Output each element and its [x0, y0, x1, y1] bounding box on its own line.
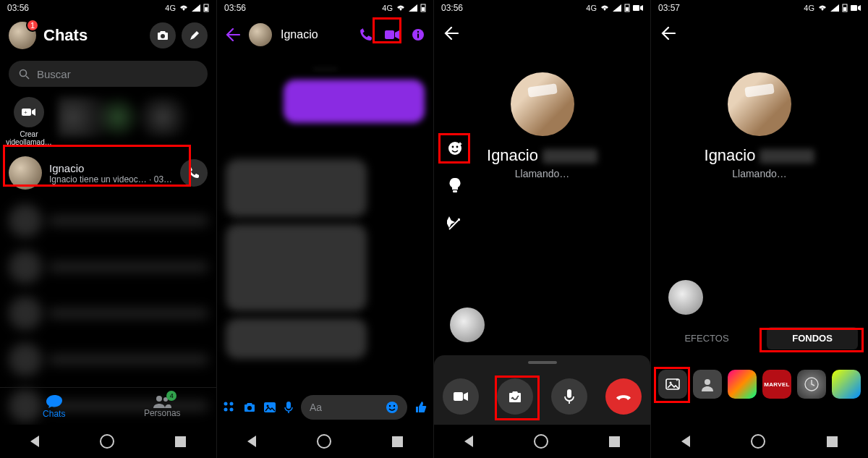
svg-point-2 — [161, 34, 165, 38]
nav-recent[interactable] — [392, 436, 403, 447]
video-call-button[interactable] — [384, 29, 400, 41]
status-bar: 03:56 4G — [0, 0, 216, 16]
tab-backgrounds[interactable]: FONDOS — [767, 327, 858, 349]
chat-avatar — [9, 156, 42, 190]
svg-rect-36 — [843, 7, 846, 11]
message-outgoing — [284, 80, 425, 123]
unread-badge: 1 — [26, 19, 39, 32]
backgrounds-row[interactable]: MARVEL — [651, 370, 868, 399]
network-label: 4G — [804, 4, 814, 12]
filters-button[interactable] — [443, 211, 467, 236]
bg-none[interactable] — [693, 370, 722, 399]
svg-rect-13 — [417, 34, 419, 38]
status-icons: 4G — [165, 4, 209, 12]
svg-point-30 — [452, 146, 454, 148]
nav-back[interactable] — [247, 436, 256, 447]
nav-home[interactable] — [534, 434, 548, 449]
contact-avatar[interactable] — [249, 23, 272, 46]
svg-rect-1 — [205, 7, 208, 11]
battery-icon — [420, 4, 426, 12]
nav-back[interactable] — [681, 436, 690, 447]
effects-tabs: EFECTOS FONDOS — [651, 327, 868, 349]
self-preview[interactable] — [668, 280, 703, 315]
back-button[interactable] — [661, 27, 676, 40]
call-status: Llamando… — [651, 168, 868, 179]
message-input[interactable]: Aa — [301, 395, 407, 420]
svg-point-16 — [230, 402, 234, 406]
conversation-body[interactable]: ——— — [217, 54, 433, 372]
tab-chats[interactable]: Chats — [0, 388, 109, 425]
camera-icon[interactable] — [243, 402, 256, 413]
bg-clock[interactable] — [797, 370, 826, 399]
clock: 03:56 — [7, 3, 29, 13]
status-icons: 4G — [804, 4, 861, 12]
videocam-icon — [851, 4, 861, 12]
battery-icon — [203, 4, 209, 12]
status-bar: 03:56 4G — [217, 0, 433, 16]
svg-rect-11 — [385, 30, 394, 39]
chats-header: 1 Chats — [0, 16, 216, 55]
bg-cyberpunk[interactable] — [832, 370, 861, 399]
compose-button[interactable] — [182, 22, 208, 48]
clock: 03:57 — [658, 3, 680, 13]
search-input[interactable]: Buscar — [9, 61, 208, 87]
contact-name[interactable]: Ignacio — [281, 28, 351, 41]
create-call-label: Crear videollamad… — [6, 130, 51, 146]
svg-point-19 — [247, 406, 252, 410]
like-icon[interactable] — [414, 401, 427, 414]
emoji-icon[interactable] — [386, 401, 399, 414]
android-nav — [217, 425, 433, 458]
bg-upload-button[interactable] — [658, 370, 687, 399]
stories-row: + Crear videollamad… — [0, 93, 216, 150]
lighting-button[interactable] — [443, 174, 467, 198]
signal-icon — [613, 4, 621, 12]
bg-marvel[interactable]: MARVEL — [762, 370, 791, 399]
clock: 03:56 — [224, 3, 246, 13]
bg-rainbow[interactable] — [728, 370, 757, 399]
face-effects-button[interactable] — [443, 136, 467, 161]
nav-recent[interactable] — [827, 436, 838, 447]
hangup-button[interactable] — [605, 378, 642, 415]
name-blur — [760, 149, 814, 164]
svg-point-25 — [393, 405, 395, 407]
nav-back[interactable] — [464, 436, 473, 447]
gallery-icon[interactable] — [263, 402, 276, 413]
android-nav — [651, 425, 868, 458]
svg-rect-10 — [422, 7, 425, 11]
signal-icon — [192, 4, 200, 12]
mute-button[interactable] — [551, 378, 587, 415]
tab-effects[interactable]: EFECTOS — [661, 327, 752, 349]
mic-icon[interactable] — [284, 401, 294, 414]
svg-rect-22 — [286, 402, 291, 409]
drag-handle[interactable] — [528, 361, 557, 364]
message-incoming — [226, 318, 367, 359]
panel-conversation: 03:56 4G Ignacio ——— — [217, 0, 434, 458]
chat-call-button[interactable] — [180, 159, 208, 187]
my-avatar[interactable]: 1 — [9, 22, 36, 49]
camera-button[interactable] — [150, 22, 176, 48]
toggle-video-button[interactable] — [443, 378, 479, 415]
svg-point-15 — [224, 402, 228, 406]
voice-call-button[interactable] — [359, 28, 373, 41]
network-label: 4G — [586, 4, 597, 12]
create-video-call[interactable]: + Crear videollamad… — [9, 97, 49, 146]
bottom-tabs: Chats 4 Personas — [0, 387, 216, 425]
tab-people[interactable]: 4 Personas — [109, 388, 217, 425]
info-button[interactable] — [412, 28, 425, 41]
search-icon — [19, 69, 30, 80]
back-button[interactable] — [444, 27, 459, 40]
message-incoming — [226, 224, 367, 311]
nav-recent[interactable] — [609, 436, 620, 447]
nav-home[interactable] — [751, 434, 765, 449]
chat-item-ignacio[interactable]: Ignacio Ignacio tiene un videoc… · 03:54 — [0, 150, 216, 195]
self-preview[interactable] — [450, 308, 485, 342]
nav-back[interactable] — [30, 436, 39, 447]
flip-camera-button[interactable] — [497, 378, 533, 415]
nav-home[interactable] — [317, 434, 331, 449]
back-button[interactable] — [226, 28, 240, 41]
nav-home[interactable] — [100, 434, 114, 449]
nav-recent[interactable] — [175, 436, 186, 447]
svg-point-7 — [156, 396, 162, 402]
apps-icon[interactable] — [223, 401, 236, 414]
svg-rect-28 — [633, 5, 639, 11]
